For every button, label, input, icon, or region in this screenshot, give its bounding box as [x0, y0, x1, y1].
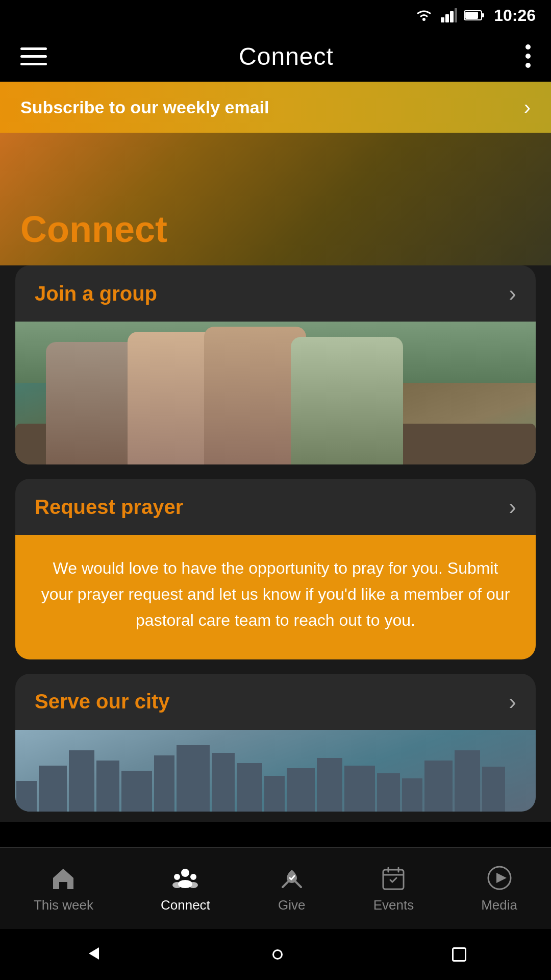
join-group-image [15, 322, 536, 464]
top-navigation: Connect [0, 31, 551, 82]
svg-rect-14 [383, 870, 404, 889]
nav-label-media: Media [481, 897, 517, 913]
nav-item-media[interactable]: Media [481, 864, 517, 913]
request-prayer-card[interactable]: Request prayer › We would love to have t… [15, 479, 536, 659]
svg-marker-19 [496, 873, 507, 883]
join-group-arrow-icon: › [509, 281, 516, 306]
prayer-description: We would love to have the opportunity to… [36, 555, 515, 634]
svg-rect-7 [465, 12, 478, 19]
svg-rect-3 [450, 11, 454, 22]
hero-section: Connect [0, 133, 551, 265]
svg-point-8 [181, 869, 189, 877]
nav-item-give[interactable]: Give [278, 864, 306, 913]
more-options-button[interactable] [525, 44, 531, 68]
svg-rect-6 [482, 13, 484, 17]
svg-rect-1 [441, 17, 444, 22]
serve-city-card[interactable]: Serve our city › [15, 674, 536, 812]
signal-icon [441, 8, 457, 22]
nav-label-connect: Connect [161, 897, 210, 913]
main-content: Join a group › Request prayer › We would… [0, 265, 551, 822]
hero-title: Connect [20, 208, 167, 250]
media-icon [485, 864, 514, 892]
battery-icon [464, 10, 485, 21]
svg-rect-2 [445, 14, 449, 22]
join-group-title: Join a group [35, 282, 157, 305]
wifi-icon [414, 8, 434, 22]
serve-city-title: Serve our city [35, 690, 170, 713]
serve-city-header: Serve our city › [15, 674, 536, 730]
svg-point-9 [174, 874, 180, 880]
nav-label-give: Give [278, 897, 305, 913]
svg-point-0 [422, 18, 425, 21]
home-icon [49, 864, 78, 892]
subscribe-arrow-icon: › [524, 96, 531, 119]
subscribe-text: Subscribe to our weekly email [20, 97, 269, 117]
connect-icon [171, 864, 199, 892]
home-system-button[interactable] [272, 949, 283, 960]
join-group-card[interactable]: Join a group › [15, 265, 536, 464]
nav-label-events: Events [373, 897, 414, 913]
system-navigation [0, 929, 551, 980]
events-icon [379, 864, 408, 892]
nav-item-connect[interactable]: Connect [161, 864, 210, 913]
svg-rect-4 [455, 8, 457, 22]
status-time: 10:26 [494, 6, 536, 25]
request-prayer-header: Request prayer › [15, 479, 536, 535]
svg-marker-20 [89, 947, 99, 960]
recents-button[interactable] [452, 947, 466, 962]
bottom-navigation: This week Connect Give Events [0, 847, 551, 929]
status-icons [414, 8, 485, 22]
subscribe-banner[interactable]: Subscribe to our weekly email › [0, 82, 551, 133]
request-prayer-title: Request prayer [35, 496, 183, 519]
request-prayer-arrow-icon: › [509, 494, 516, 520]
status-bar: 10:26 [0, 0, 551, 31]
nav-label-this-week: This week [34, 897, 93, 913]
nav-item-this-week[interactable]: This week [34, 864, 93, 913]
page-title: Connect [239, 42, 334, 70]
svg-point-12 [172, 882, 182, 888]
svg-point-10 [190, 874, 196, 880]
nav-item-events[interactable]: Events [373, 864, 414, 913]
join-group-header: Join a group › [15, 265, 536, 322]
menu-button[interactable] [20, 47, 47, 65]
serve-city-image [15, 730, 536, 812]
give-icon [278, 864, 306, 892]
serve-city-arrow-icon: › [509, 689, 516, 715]
svg-point-13 [189, 882, 198, 888]
prayer-body: We would love to have the opportunity to… [15, 535, 536, 659]
back-button[interactable] [85, 944, 103, 965]
